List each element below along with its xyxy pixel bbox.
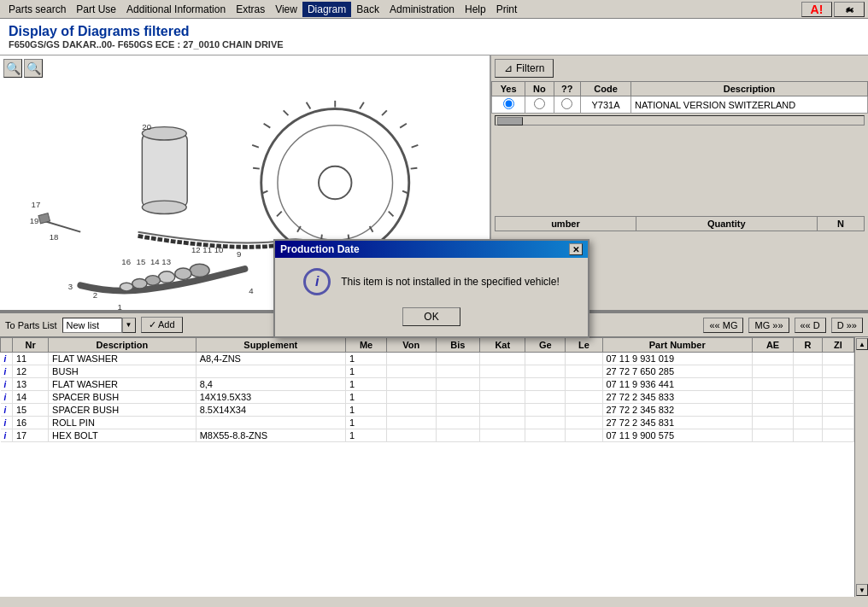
modal-message-row: i This item is not installed in the spec… [303,268,559,295]
modal-body: i This item is not installed in the spec… [275,258,588,336]
modal-overlay: Production Date ✕ i This item is not ins… [0,0,868,607]
modal-title: Production Date [280,243,360,255]
production-date-dialog: Production Date ✕ i This item is not ins… [273,239,589,338]
info-icon-circle: i [303,268,331,295]
modal-titlebar: Production Date ✕ [275,241,588,258]
modal-close-button[interactable]: ✕ [569,243,583,255]
modal-ok-button[interactable]: OK [402,307,460,326]
modal-message: This item is not installed in the specif… [341,276,559,288]
